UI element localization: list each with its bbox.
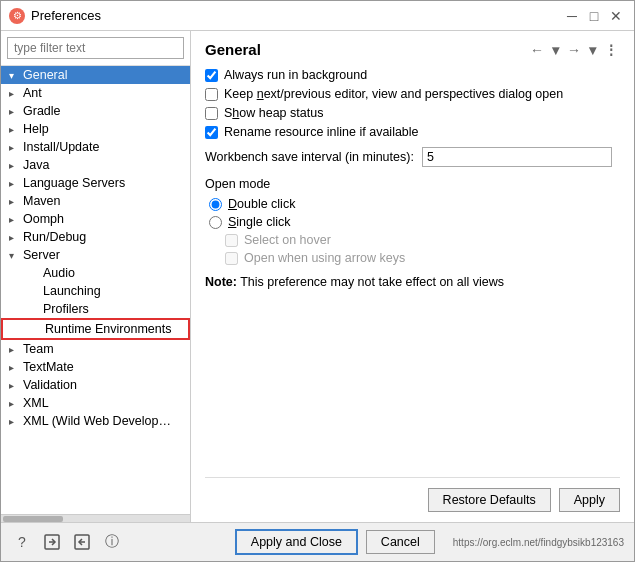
sidebar-item-team[interactable]: ▸Team [1, 340, 190, 358]
sidebar-item-help[interactable]: ▸Help [1, 120, 190, 138]
sidebar-item-java[interactable]: ▸Java [1, 156, 190, 174]
tree-view: ▾General ▸Ant ▸Gradle ▸Help ▸Install/Upd… [1, 66, 190, 514]
chevron-down-icon: ▾ [9, 70, 19, 81]
import-icon[interactable] [41, 531, 63, 553]
chevron-right-icon: ▸ [9, 124, 19, 135]
open-mode-label: Open mode [205, 177, 620, 191]
select-hover-checkbox[interactable] [225, 234, 238, 247]
forward-icon[interactable]: → [565, 42, 583, 58]
apply-button[interactable]: Apply [559, 488, 620, 512]
apply-close-button[interactable]: Apply and Close [235, 529, 358, 555]
single-click-radio[interactable] [209, 216, 222, 229]
sidebar-item-language-servers[interactable]: ▸Language Servers [1, 174, 190, 192]
minimize-button[interactable]: ─ [562, 6, 582, 26]
chevron-right-icon: ▸ [9, 380, 19, 391]
sidebar-item-xml[interactable]: ▸XML [1, 394, 190, 412]
title-bar: ⚙ Preferences ─ □ ✕ [1, 1, 634, 31]
sidebar-item-profilers[interactable]: Profilers [1, 300, 190, 318]
preferences-window: ⚙ Preferences ─ □ ✕ ▾General ▸Ant ▸Gradl… [0, 0, 635, 562]
double-click-radio[interactable] [209, 198, 222, 211]
chevron-right-icon: ▸ [9, 178, 19, 189]
open-arrow-label: Open when using arrow keys [244, 251, 405, 265]
sidebar-item-run-debug[interactable]: ▸Run/Debug [1, 228, 190, 246]
disabled-open-arrow: Open when using arrow keys [225, 251, 620, 265]
checkbox-rename-resource: Rename resource inline if available [205, 125, 620, 139]
panel-header: General ← ▾ → ▾ ⋮ [205, 41, 620, 58]
sidebar-item-gradle[interactable]: ▸Gradle [1, 102, 190, 120]
chevron-right-icon: ▸ [9, 344, 19, 355]
chevron-right-icon: ▸ [9, 142, 19, 153]
filter-input[interactable] [7, 37, 184, 59]
scrollbar-thumb[interactable] [3, 516, 63, 522]
bottom-icons: ? ⓘ [11, 531, 123, 553]
info-icon[interactable]: ⓘ [101, 531, 123, 553]
sidebar-item-oomph[interactable]: ▸Oomph [1, 210, 190, 228]
always-run-label: Always run in background [224, 68, 367, 82]
double-click-label: Double click [228, 197, 295, 211]
workbench-save-input[interactable] [422, 147, 612, 167]
chevron-right-icon: ▸ [9, 88, 19, 99]
window-title: Preferences [31, 8, 562, 23]
radio-double-click: Double click [209, 197, 620, 211]
note-text: This preference may not take effect on a… [240, 275, 504, 289]
checkbox-show-heap: Show heap status [205, 106, 620, 120]
checkbox-keep-editor: Keep next/previous editor, view and pers… [205, 87, 620, 101]
sidebar-item-audio[interactable]: Audio [1, 264, 190, 282]
sidebar-item-server[interactable]: ▾Server [1, 246, 190, 264]
filter-box [1, 31, 190, 66]
chevron-right-icon: ▸ [9, 106, 19, 117]
select-hover-label: Select on hover [244, 233, 331, 247]
chevron-right-icon: ▸ [9, 160, 19, 171]
sidebar-item-textmate[interactable]: ▸TextMate [1, 358, 190, 376]
maximize-button[interactable]: □ [584, 6, 604, 26]
note-row: Note: This preference may not take effec… [205, 275, 620, 289]
rename-resource-checkbox[interactable] [205, 126, 218, 139]
sidebar-item-runtime-environments[interactable]: Runtime Environments [1, 318, 190, 340]
sidebar: ▾General ▸Ant ▸Gradle ▸Help ▸Install/Upd… [1, 31, 191, 522]
bottom-bar: ? ⓘ Apply and Close Cancel h [1, 522, 634, 561]
show-heap-checkbox[interactable] [205, 107, 218, 120]
single-click-label: Single click [228, 215, 291, 229]
open-arrow-checkbox[interactable] [225, 252, 238, 265]
sidebar-item-launching[interactable]: Launching [1, 282, 190, 300]
sidebar-item-install-update[interactable]: ▸Install/Update [1, 138, 190, 156]
chevron-down-icon: ▾ [9, 250, 19, 261]
note-bold: Note: [205, 275, 237, 289]
sidebar-item-maven[interactable]: ▸Maven [1, 192, 190, 210]
workbench-save-field: Workbench save interval (in minutes): [205, 147, 620, 167]
back-icon[interactable]: ← [528, 42, 546, 58]
cancel-button[interactable]: Cancel [366, 530, 435, 554]
radio-single-click: Single click [209, 215, 620, 229]
chevron-right-icon: ▸ [9, 214, 19, 225]
sidebar-item-validation[interactable]: ▸Validation [1, 376, 190, 394]
menu-icon[interactable]: ⋮ [602, 42, 620, 58]
show-heap-label: Show heap status [224, 106, 323, 120]
chevron-right-icon: ▸ [9, 232, 19, 243]
url-hint: https://org.eclm.net/findgybsikb123163 [453, 537, 624, 548]
rename-resource-label: Rename resource inline if available [224, 125, 419, 139]
keep-editor-checkbox[interactable] [205, 88, 218, 101]
sidebar-item-ant[interactable]: ▸Ant [1, 84, 190, 102]
sidebar-scrollbar[interactable] [1, 514, 190, 522]
chevron-right-icon: ▸ [9, 362, 19, 373]
main-content: ▾General ▸Ant ▸Gradle ▸Help ▸Install/Upd… [1, 31, 634, 522]
chevron-right-icon: ▸ [9, 398, 19, 409]
panel-body: Always run in background Keep next/previ… [205, 68, 620, 469]
workbench-save-label: Workbench save interval (in minutes): [205, 150, 414, 164]
right-panel: General ← ▾ → ▾ ⋮ Always run in backgrou… [191, 31, 634, 522]
always-run-checkbox[interactable] [205, 69, 218, 82]
app-icon: ⚙ [9, 8, 25, 24]
keep-editor-label: Keep next/previous editor, view and pers… [224, 87, 563, 101]
help-icon[interactable]: ? [11, 531, 33, 553]
restore-defaults-button[interactable]: Restore Defaults [428, 488, 551, 512]
export-icon[interactable] [71, 531, 93, 553]
sidebar-item-xml-wild[interactable]: ▸XML (Wild Web Develop… [1, 412, 190, 430]
disabled-select-hover: Select on hover [225, 233, 620, 247]
panel-footer: Restore Defaults Apply [205, 477, 620, 512]
sidebar-item-general[interactable]: ▾General [1, 66, 190, 84]
dropdown2-icon[interactable]: ▾ [587, 42, 598, 58]
chevron-right-icon: ▸ [9, 196, 19, 207]
close-button[interactable]: ✕ [606, 6, 626, 26]
panel-title: General [205, 41, 261, 58]
dropdown-icon[interactable]: ▾ [550, 42, 561, 58]
